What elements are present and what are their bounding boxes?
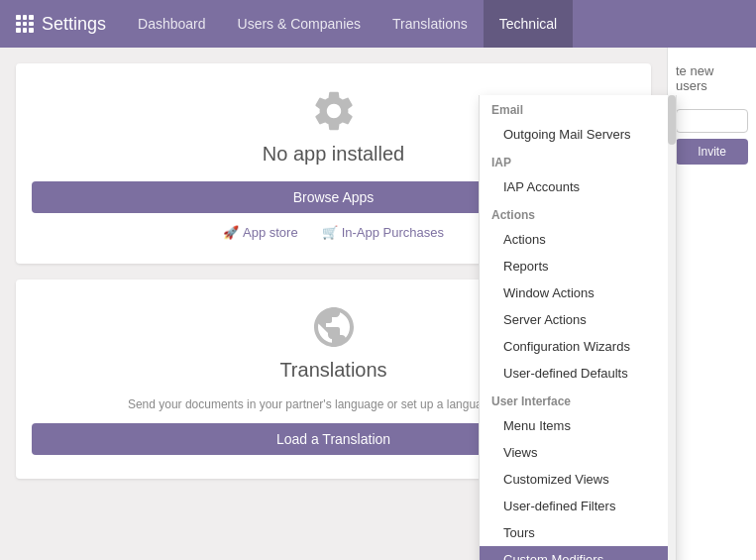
main-content: No app installed Browse Apps 🚀 App store… [0, 48, 756, 560]
scrollbar-track [668, 95, 676, 560]
invite-button[interactable]: Invite [676, 139, 748, 165]
menu-actions[interactable]: Actions [480, 226, 676, 253]
nav-users-companies[interactable]: Users & Companies [222, 0, 378, 48]
nav-technical[interactable]: Technical [484, 0, 573, 48]
menu-reports[interactable]: Reports [480, 253, 676, 280]
nav-dashboard[interactable]: Dashboard [122, 0, 222, 48]
scrollbar-thumb [668, 95, 676, 145]
gear-icon [310, 87, 358, 135]
section-iap: IAP [480, 148, 676, 173]
nav-translations[interactable]: Translations [377, 0, 484, 48]
menu-tours[interactable]: Tours [480, 519, 676, 546]
email-input[interactable] [676, 109, 748, 133]
menu-server-actions[interactable]: Server Actions [480, 306, 676, 333]
nav-links: Dashboard Users & Companies Translations… [122, 0, 573, 48]
right-panel: te new users Invite [667, 48, 756, 560]
rocket-icon: 🚀 [223, 225, 239, 240]
section-user-interface: User Interface [480, 387, 676, 412]
menu-outgoing-mail-servers[interactable]: Outgoing Mail Servers [480, 121, 676, 148]
section-actions: Actions [480, 200, 676, 226]
menu-window-actions[interactable]: Window Actions [480, 280, 676, 306]
menu-user-defined-defaults[interactable]: User-defined Defaults [480, 360, 676, 387]
menu-menu-items[interactable]: Menu Items [480, 412, 676, 439]
globe-icon [310, 303, 358, 351]
menu-custom-modifiers[interactable]: Custom Modifiers [480, 546, 676, 560]
app-store-link[interactable]: 🚀 App store [223, 225, 298, 240]
invite-text: te new users [676, 63, 748, 93]
menu-customized-views[interactable]: Customized Views [480, 466, 676, 493]
brand[interactable]: Settings [0, 14, 122, 35]
menu-iap-accounts[interactable]: IAP Accounts [480, 173, 676, 200]
menu-views[interactable]: Views [480, 439, 676, 466]
cart-icon: 🛒 [322, 225, 338, 240]
technical-dropdown: Email Outgoing Mail Servers IAP IAP Acco… [479, 95, 677, 560]
navbar: Settings Dashboard Users & Companies Tra… [0, 0, 756, 48]
in-app-purchases-link[interactable]: 🛒 In-App Purchases [322, 225, 444, 240]
menu-user-defined-filters[interactable]: User-defined Filters [480, 493, 676, 519]
grid-icon [16, 15, 34, 33]
section-email: Email [480, 95, 676, 121]
menu-configuration-wizards[interactable]: Configuration Wizards [480, 333, 676, 360]
brand-label: Settings [42, 14, 106, 35]
